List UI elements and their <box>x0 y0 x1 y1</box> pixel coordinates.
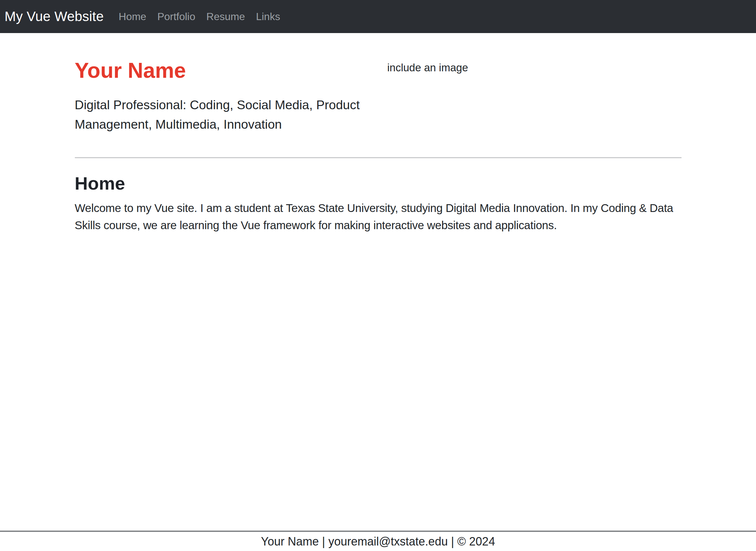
section-divider <box>75 157 682 158</box>
footer: Your Name | youremail@txstate.edu | © 20… <box>0 531 756 551</box>
welcome-paragraph: Welcome to my Vue site. I am a student a… <box>75 200 682 234</box>
nav-links: Home Portfolio Resume Links <box>119 11 291 23</box>
footer-text: Your Name | youremail@txstate.edu | © 20… <box>261 535 495 548</box>
home-section: Home Welcome to my Vue site. I am a stud… <box>75 173 682 234</box>
hero-name-heading: Your Name <box>75 58 682 83</box>
content-container: Your Name Digital Professional: Coding, … <box>75 33 682 234</box>
navbar: My Vue Website Home Portfolio Resume Lin… <box>0 0 756 33</box>
hero-section: Your Name Digital Professional: Coding, … <box>75 58 682 134</box>
profile-image-placeholder: include an image <box>387 62 468 74</box>
section-heading-home: Home <box>75 173 682 194</box>
nav-item-portfolio[interactable]: Portfolio <box>157 11 195 23</box>
hero-subtitle: Digital Professional: Coding, Social Med… <box>75 95 425 134</box>
nav-item-resume[interactable]: Resume <box>206 11 245 23</box>
nav-item-links[interactable]: Links <box>256 11 280 23</box>
navbar-brand[interactable]: My Vue Website <box>5 9 104 24</box>
main-content: Your Name Digital Professional: Coding, … <box>0 33 756 531</box>
nav-item-home[interactable]: Home <box>119 11 146 23</box>
